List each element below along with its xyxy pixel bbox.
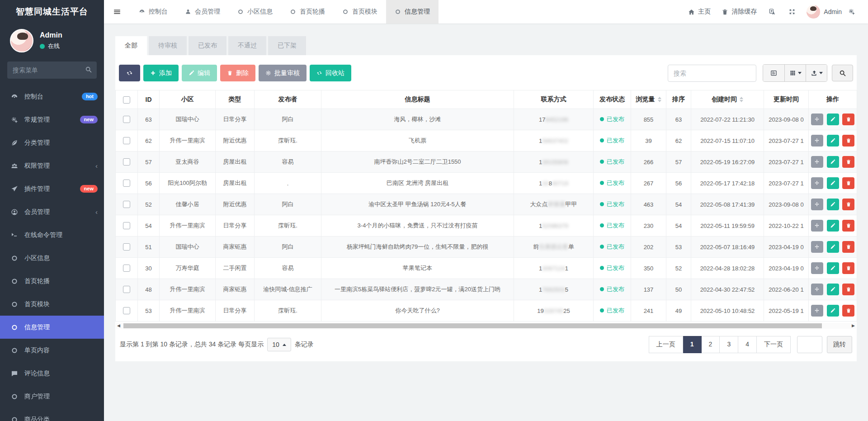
row-delete-button[interactable]	[842, 199, 854, 210]
menu-toggle-button[interactable]	[104, 0, 130, 24]
topbar-tab-info[interactable]: 信息管理	[386, 0, 439, 24]
search-submit-button[interactable]	[832, 65, 853, 81]
sidebar-item-merchant[interactable]: 商户管理	[0, 385, 104, 408]
topbar-tab-module[interactable]: 首页模块	[334, 0, 386, 24]
recycle-bin-button[interactable]: 回收站	[310, 65, 351, 81]
refresh-button[interactable]	[119, 65, 140, 81]
language-button[interactable]	[762, 0, 782, 24]
settings-button[interactable]	[842, 0, 862, 24]
row-delete-button[interactable]	[842, 305, 854, 317]
row-checkbox[interactable]	[123, 180, 130, 187]
sidebar-item-comment[interactable]: 评论信息	[0, 362, 104, 385]
sidebar-item-banner[interactable]: 首页轮播	[0, 270, 104, 293]
row-checkbox[interactable]	[123, 158, 130, 166]
page-next[interactable]: 下一页	[757, 336, 791, 353]
delete-button[interactable]: 删除	[220, 65, 255, 81]
sidebar-item-auth[interactable]: 权限管理 ‹	[0, 154, 104, 177]
filter-tab-4[interactable]: 已下架	[268, 36, 306, 55]
sidebar-item-dashboard[interactable]: 控制台 hot	[0, 85, 104, 108]
scroll-left-icon[interactable]: ◀	[117, 323, 120, 328]
clear-cache-link[interactable]: 清除缓存	[716, 0, 762, 24]
drag-sort-button[interactable]	[811, 199, 823, 210]
topbar-tab-dashboard[interactable]: 控制台	[130, 0, 176, 24]
row-checkbox[interactable]	[123, 222, 130, 229]
sidebar-item-community[interactable]: 小区信息	[0, 246, 104, 270]
row-edit-button[interactable]	[827, 241, 839, 253]
page-prev[interactable]: 上一页	[649, 336, 683, 353]
drag-sort-button[interactable]	[811, 177, 823, 189]
row-checkbox[interactable]	[123, 137, 130, 144]
scrollbar-thumb[interactable]	[123, 323, 822, 328]
sidebar-item-general[interactable]: 常规管理 new	[0, 108, 104, 131]
row-edit-button[interactable]	[827, 262, 839, 274]
page-1[interactable]: 1	[683, 336, 702, 353]
columns-button[interactable]	[784, 65, 806, 81]
row-checkbox[interactable]	[123, 116, 130, 123]
table-search-input[interactable]	[668, 65, 756, 82]
page-4[interactable]: 4	[738, 336, 757, 353]
topbar-tab-banner[interactable]: 首页轮播	[281, 0, 334, 24]
row-checkbox[interactable]	[123, 307, 130, 314]
page-2[interactable]: 2	[702, 336, 720, 353]
row-checkbox[interactable]	[123, 286, 130, 293]
topbar-tab-member[interactable]: 会员管理	[176, 0, 229, 24]
filter-tab-1[interactable]: 待审核	[149, 36, 187, 55]
scroll-right-icon[interactable]: ▶	[852, 323, 855, 328]
user-avatar[interactable]	[10, 29, 33, 52]
row-delete-button[interactable]	[842, 135, 854, 147]
row-edit-button[interactable]	[827, 114, 839, 125]
row-checkbox[interactable]	[123, 201, 130, 208]
row-edit-button[interactable]	[827, 177, 839, 189]
drag-sort-button[interactable]	[811, 156, 823, 168]
row-delete-button[interactable]	[842, 284, 854, 295]
horizontal-scrollbar[interactable]: ◀ ▶	[116, 323, 856, 329]
sidebar-item-page[interactable]: 单页内容	[0, 339, 104, 362]
filter-tab-0[interactable]: 全部	[115, 36, 147, 55]
drag-sort-button[interactable]	[811, 284, 823, 295]
home-link[interactable]: 主页	[683, 0, 716, 24]
drag-sort-button[interactable]	[811, 241, 823, 253]
drag-sort-button[interactable]	[811, 135, 823, 147]
export-button[interactable]	[806, 65, 827, 81]
batch-review-button[interactable]: 批量审核	[259, 65, 307, 81]
admin-dropdown[interactable]: Admin	[802, 0, 842, 24]
column-header[interactable]: 创建时间	[691, 90, 764, 109]
sidebar-item-info[interactable]: 信息管理	[0, 316, 104, 339]
drag-sort-button[interactable]	[811, 262, 823, 274]
fullscreen-button[interactable]	[782, 0, 802, 24]
drag-sort-button[interactable]	[811, 305, 823, 317]
jump-page-input[interactable]	[797, 336, 822, 353]
filter-tab-3[interactable]: 不通过	[228, 36, 266, 55]
row-edit-button[interactable]	[827, 135, 839, 147]
column-header[interactable]: 浏览量	[631, 90, 666, 109]
row-delete-button[interactable]	[842, 262, 854, 274]
row-delete-button[interactable]	[842, 114, 854, 125]
select-all-checkbox[interactable]	[123, 96, 130, 104]
row-delete-button[interactable]	[842, 156, 854, 168]
row-edit-button[interactable]	[827, 156, 839, 168]
row-delete-button[interactable]	[842, 241, 854, 253]
sidebar-item-command[interactable]: 在线命令管理	[0, 223, 104, 246]
edit-button[interactable]: 编辑	[182, 65, 217, 81]
jump-button[interactable]: 跳转	[827, 336, 852, 353]
sidebar-search-input[interactable]	[7, 61, 97, 79]
row-delete-button[interactable]	[842, 220, 854, 232]
row-edit-button[interactable]	[827, 220, 839, 232]
add-button[interactable]: 添加	[143, 65, 179, 81]
sidebar-item-member[interactable]: 会员管理 ‹	[0, 200, 104, 223]
sidebar-item-addon[interactable]: 插件管理 new	[0, 177, 104, 200]
sidebar-item-module[interactable]: 首页模块	[0, 293, 104, 316]
page-size-select[interactable]: 10	[267, 338, 291, 351]
topbar-tab-community[interactable]: 小区信息	[229, 0, 281, 24]
drag-sort-button[interactable]	[811, 114, 823, 125]
sidebar-item-category[interactable]: 分类管理	[0, 131, 104, 154]
sidebar-item-goods[interactable]: 商品分类	[0, 408, 104, 421]
row-edit-button[interactable]	[827, 305, 839, 317]
row-edit-button[interactable]	[827, 284, 839, 295]
page-3[interactable]: 3	[720, 336, 738, 353]
row-checkbox[interactable]	[123, 265, 130, 272]
detail-view-button[interactable]	[763, 65, 784, 81]
row-edit-button[interactable]	[827, 199, 839, 210]
drag-sort-button[interactable]	[811, 220, 823, 232]
row-delete-button[interactable]	[842, 177, 854, 189]
